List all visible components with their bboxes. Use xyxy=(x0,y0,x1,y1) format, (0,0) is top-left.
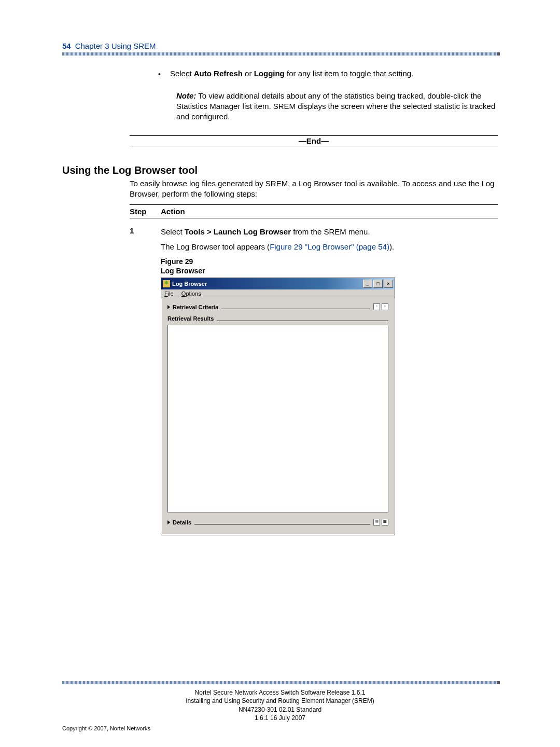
menu-options[interactable]: Options xyxy=(181,290,201,297)
retrieval-criteria-header[interactable]: Retrieval Criteria ▫ ▫ xyxy=(167,303,388,310)
intro-paragraph: To easily browse log files generated by … xyxy=(130,178,498,200)
footer-line1: Nortel Secure Network Access Switch Soft… xyxy=(62,688,498,697)
text: ). xyxy=(389,242,394,251)
expand-icon xyxy=(167,305,170,309)
bullet-item: • Select Auto Refresh or Logging for any… xyxy=(158,68,498,79)
bold-text: Auto Refresh xyxy=(194,69,243,78)
criteria-icon-1[interactable]: ▫ xyxy=(373,303,380,310)
details-icon-2[interactable]: ▤ xyxy=(382,519,388,525)
page-number: 54 xyxy=(62,42,71,50)
section-label: Retrieval Results xyxy=(167,315,214,322)
note-block: Note: To view additional details about a… xyxy=(176,91,498,122)
close-button[interactable]: × xyxy=(384,280,393,288)
text: for any list item to toggle that setting… xyxy=(285,69,413,78)
step-number: 1 xyxy=(130,226,161,252)
text: Select xyxy=(170,69,194,78)
figure-caption: Figure 29 Log Browser xyxy=(161,257,498,275)
maximize-button[interactable]: □ xyxy=(373,280,383,288)
criteria-icon-2[interactable]: ▫ xyxy=(382,303,388,310)
step-row: 1 Select Tools > Launch Log Browser from… xyxy=(130,226,498,252)
note-text: To view additional details about any of … xyxy=(176,91,495,121)
app-icon: ✱ xyxy=(163,280,170,287)
results-area xyxy=(167,325,388,513)
window-buttons: _ □ × xyxy=(363,280,393,288)
end-marker: —End— xyxy=(130,135,498,146)
menu-file[interactable]: File xyxy=(164,290,174,297)
details-icon-1[interactable]: ⊟ xyxy=(373,519,380,525)
figure-title: Log Browser xyxy=(161,267,205,275)
footer-line2: Installing and Using Security and Routin… xyxy=(62,697,498,705)
section-label: Retrieval Criteria xyxy=(173,304,218,310)
top-rule xyxy=(62,52,498,56)
figure-number: Figure 29 xyxy=(161,257,193,266)
minimize-button[interactable]: _ xyxy=(363,280,372,288)
retrieval-results-header: Retrieval Results xyxy=(167,315,388,322)
details-header[interactable]: Details ⊟ ▤ xyxy=(167,519,388,525)
section-heading: Using the Log Browser tool xyxy=(62,164,498,176)
action-header: Action xyxy=(161,207,498,216)
bullet-text: Select Auto Refresh or Logging for any l… xyxy=(170,68,413,79)
text: or xyxy=(243,69,254,78)
footer-line3: NN47230-301 02.01 Standard xyxy=(62,706,498,714)
window-title: Log Browser xyxy=(172,281,207,287)
log-browser-window: ✱ Log Browser _ □ × File Options Retriev… xyxy=(161,278,395,535)
footer-line4: 1.6.1 16 July 2007 xyxy=(62,714,498,722)
copyright: Copyright © 2007, Nortel Networks xyxy=(62,725,498,731)
note-label: Note: xyxy=(176,91,196,100)
chapter-title: Chapter 3 Using SREM xyxy=(75,42,156,50)
expand-icon xyxy=(167,520,170,524)
bottom-rule xyxy=(62,681,498,684)
text: from the SREM menu. xyxy=(291,227,370,236)
bold-text: Tools > Launch Log Browser xyxy=(185,227,291,236)
section-label: Details xyxy=(173,519,191,525)
bullet-dot-icon: • xyxy=(158,70,161,79)
step-action: Select Tools > Launch Log Browser from t… xyxy=(161,226,498,252)
figure-link[interactable]: Figure 29 "Log Browser" (page 54) xyxy=(270,242,389,251)
page-footer: Nortel Secure Network Access Switch Soft… xyxy=(62,681,498,731)
menu-bar: File Options xyxy=(161,289,395,298)
text: The Log Browser tool appears ( xyxy=(161,242,270,251)
step-header: Step xyxy=(130,207,161,216)
text: Select xyxy=(161,227,185,236)
step-action-header: Step Action xyxy=(130,204,498,218)
window-titlebar: ✱ Log Browser _ □ × xyxy=(161,278,395,289)
bold-text: Logging xyxy=(254,69,285,78)
page-header: 54 Chapter 3 Using SREM xyxy=(62,42,498,50)
